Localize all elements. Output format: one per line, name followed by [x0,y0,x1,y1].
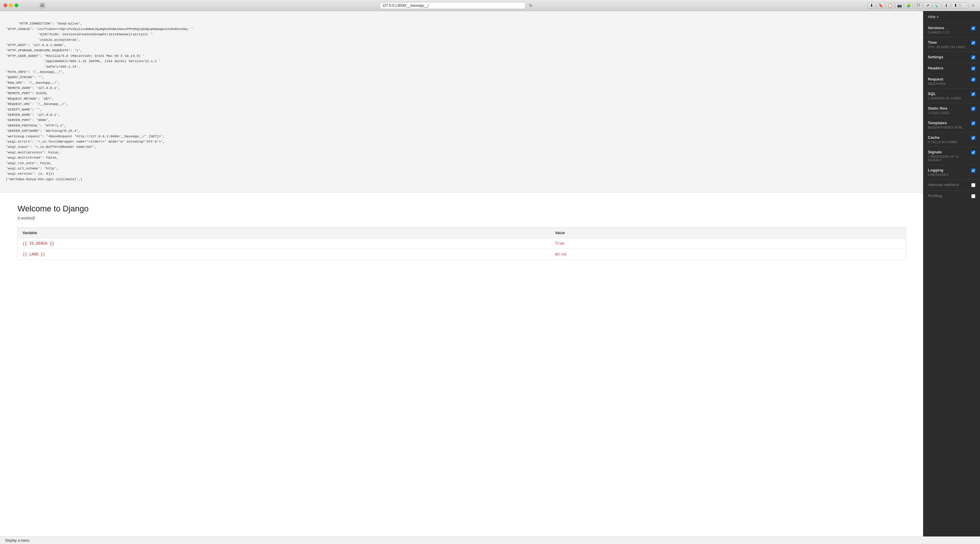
table-cell-value: en-us [550,249,905,260]
toolbar-section-title-intercept-redirects[interactable]: Intercept redirects [928,182,969,187]
display-menu-button[interactable]: Display a menu [3,538,31,543]
sidebar-toggle-button[interactable] [39,3,46,8]
toolbar-hide-row: Hide » [923,11,980,23]
maximize-button[interactable] [14,3,18,7]
url-bar-container: 127.0.0.1:8000/__baseapp__/ ↻ [48,2,865,9]
toolbar-checkbox-static-files[interactable] [971,107,975,111]
back-button[interactable]: ‹ [22,3,29,8]
toolbar-section-logging[interactable]: Logging0 messages [923,165,980,179]
svg-rect-2 [40,6,45,7]
svg-rect-1 [40,5,45,6]
cursor-icon[interactable]: ↗ [923,2,932,9]
toolbar-section-subtitle-sql: 2 queries in 2.92ms [928,97,969,100]
toolbar-section-signals[interactable]: Signals7 receivers of 12 signals [923,147,980,165]
toolbar-section-title-time[interactable]: Time [928,40,969,44]
table-row: {{ IS_DEBUG }}True [18,238,905,249]
toolbar-section-subtitle-signals: 7 receivers of 12 signals [928,155,969,162]
forward-button[interactable]: › [29,3,37,8]
toolbar-section-title-request[interactable]: Request [928,77,969,81]
welcome-title: Welcome to Django [18,204,905,213]
toolbar-section-sql[interactable]: SQL2 queries in 2.92ms [923,89,980,103]
browser-toolbar-icons: ⬇ 🔖 📋 📷 🧩 🛡 ↗ 📡 ℹ ⬆ ⬜ + [867,2,977,9]
toolbar-section-title-signals[interactable]: Signals [928,150,969,154]
toolbar-section-title-profiling[interactable]: Profiling [928,193,969,198]
table-header-value: Value [550,227,905,238]
code-content: 'HTTP_CONNECTION': 'keep-alive', 'HTTP_C… [6,22,193,181]
table-row: {{ LANG }}en-us [18,249,905,260]
toolbar-checkbox-settings[interactable] [971,56,975,59]
data-table: Variable Value {{ IS_DEBUG }}True{{ LANG… [18,227,905,260]
table-cell-variable: {{ LANG }} [18,249,550,260]
reload-button[interactable]: ↻ [528,3,534,8]
table-header-variable: Variable [18,227,550,238]
toolbar-section-request[interactable]: RequestIndexView [923,74,980,89]
toolbar-checkbox-signals[interactable] [971,151,975,154]
toolbar-section-title-logging[interactable]: Logging [928,168,969,172]
toolbar-checkbox-headers[interactable] [971,67,975,71]
toolbar-checkbox-time[interactable] [971,41,975,45]
url-text: 127.0.0.1:8000/__baseapp__/ [382,3,429,8]
toolbar-section-title-versions[interactable]: Versions [928,25,969,30]
nav-buttons: ‹ › [22,3,37,8]
screenshot-icon[interactable]: 📷 [896,2,904,9]
extension-icon[interactable]: 🧩 [905,2,913,9]
toolbar-section-subtitle-time: CPU: 45.61ms (54.14ms) [928,45,969,49]
toolbar-section-headers[interactable]: Headers [923,63,980,74]
toolbar-section-time[interactable]: TimeCPU: 45.61ms (54.14ms) [923,37,980,52]
toolbar-checkbox-sql[interactable] [971,92,975,96]
toolbar-section-title-headers[interactable]: Headers [928,66,969,70]
bookmark-icon[interactable]: 🔖 [877,2,885,9]
toolbar-section-intercept-redirects[interactable]: Intercept redirects [923,179,980,191]
table-cell-value: True [550,238,905,249]
window-icon[interactable]: ⬜ [961,2,969,9]
welcome-section: Welcome to Django It worked! Variable Va… [0,192,923,271]
new-tab-button[interactable]: + [970,2,977,9]
table-cell-variable: {{ IS_DEBUG }} [18,238,550,249]
welcome-subtitle: It worked! [18,216,905,220]
info-icon[interactable]: ℹ [942,2,950,9]
history-icon[interactable]: 📋 [886,2,894,9]
toolbar-section-static-files[interactable]: Static files2 files used [923,103,980,118]
toolbar-section-settings[interactable]: Settings [923,52,980,63]
remote-icon[interactable]: 📡 [933,2,941,9]
toolbar-section-subtitle-cache: 0 calls in 0.00ms [928,140,969,144]
toolbar-section-subtitle-static-files: 2 files used [928,111,969,114]
toolbar-section-title-settings[interactable]: Settings [928,55,969,59]
content-area: 'HTTP_CONNECTION': 'keep-alive', 'HTTP_C… [0,11,923,536]
hide-toolbar-button[interactable]: Hide » [928,14,939,19]
toolbar-checkbox-templates[interactable] [971,121,975,125]
toolbar-section-title-static-files[interactable]: Static files [928,106,969,111]
toolbar-section-title-sql[interactable]: SQL [928,92,969,96]
titlebar: ‹ › 127.0.0.1:8000/__baseapp__/ ↻ ⬇ 🔖 📋 … [0,0,980,11]
toolbar-section-title-cache[interactable]: Cache [928,135,969,140]
toolbar-checkbox-versions[interactable] [971,26,975,30]
share-icon[interactable]: ⬆ [951,2,959,9]
toolbar-section-profiling[interactable]: Profiling [923,191,980,202]
download-icon[interactable]: ⬇ [867,2,876,9]
traffic-lights [3,3,18,7]
svg-rect-0 [40,4,45,5]
code-section: 'HTTP_CONNECTION': 'keep-alive', 'HTTP_C… [0,11,923,192]
toolbar-section-cache[interactable]: Cache0 calls in 0.00ms [923,132,980,147]
toolbar-checkbox-logging[interactable] [971,168,975,173]
debug-toolbar: Hide » VersionsDjango 2.2.3TimeCPU: 45.6… [923,11,980,536]
toolbar-checkbox-request[interactable] [971,78,975,82]
url-bar[interactable]: 127.0.0.1:8000/__baseapp__/ [380,2,526,9]
toolbar-checkbox-intercept-redirects[interactable] [971,183,975,187]
toolbar-checkbox-profiling[interactable] [971,194,975,198]
toolbar-section-subtitle-logging: 0 messages [928,173,969,176]
toolbar-section-templates[interactable]: Templatesbaseapp/index.html [923,118,980,132]
shield-icon[interactable]: 🛡 [914,2,922,9]
toolbar-section-versions[interactable]: VersionsDjango 2.2.3 [923,23,980,37]
status-bar: Display a menu [0,536,980,544]
toolbar-section-subtitle-versions: Django 2.2.3 [928,31,969,34]
toolbar-section-title-templates[interactable]: Templates [928,121,969,125]
minimize-button[interactable] [9,3,13,7]
toolbar-section-subtitle-templates: baseapp/index.html [928,126,969,129]
toolbar-checkbox-cache[interactable] [971,136,975,140]
toolbar-section-subtitle-request: IndexView [928,82,969,86]
main-area: 'HTTP_CONNECTION': 'keep-alive', 'HTTP_C… [0,11,980,536]
close-button[interactable] [3,3,7,7]
